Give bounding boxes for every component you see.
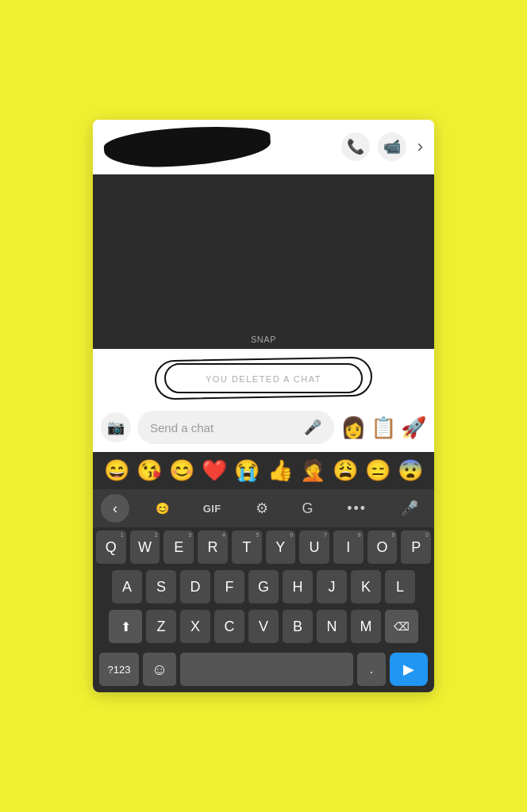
space-key[interactable] bbox=[180, 653, 353, 686]
deleted-chat-label: YOU DELETED A CHAT bbox=[206, 374, 321, 384]
key-o[interactable]: O9 bbox=[367, 530, 398, 564]
video-button[interactable]: 📹 bbox=[378, 132, 406, 161]
send-button[interactable]: ▶ bbox=[390, 653, 428, 686]
sticker-panel-button[interactable]: 😊 bbox=[148, 498, 177, 519]
key-d[interactable]: D bbox=[180, 570, 210, 603]
phone-button[interactable]: 📞 bbox=[341, 132, 370, 161]
keyboard-toolbar: ‹ 😊 GIF ⚙ G ••• 🎤 bbox=[93, 489, 434, 527]
input-row: 📷 Send a chat 🎤 👩 📋 🚀 bbox=[93, 404, 434, 452]
reaction-emoji-smile[interactable]: 😊 bbox=[169, 458, 194, 483]
deleted-notice-area: YOU DELETED A CHAT bbox=[93, 349, 434, 404]
mic-icon[interactable]: 🎤 bbox=[304, 419, 321, 436]
reaction-emoji-laugh[interactable]: 😄 bbox=[104, 458, 129, 483]
more-dots-icon: ••• bbox=[347, 500, 367, 517]
period-key[interactable]: . bbox=[357, 653, 386, 686]
key-r[interactable]: R4 bbox=[198, 530, 228, 564]
gif-label: GIF bbox=[203, 503, 221, 515]
key-i[interactable]: I8 bbox=[333, 530, 364, 564]
sticker-bye-icon[interactable]: 👩 bbox=[340, 416, 366, 440]
key-y[interactable]: Y6 bbox=[266, 530, 296, 564]
header-name-area bbox=[104, 128, 341, 166]
key-x[interactable]: X bbox=[180, 610, 210, 643]
snap-label: SNAP bbox=[251, 335, 276, 344]
key-u[interactable]: U7 bbox=[299, 530, 329, 564]
keyboard-row-2: A S D F G H J K L bbox=[96, 570, 431, 603]
key-f[interactable]: F bbox=[214, 570, 244, 603]
key-s[interactable]: S bbox=[146, 570, 176, 603]
keyboard-row-3: ⬆ Z X C V B N M ⌫ bbox=[96, 610, 431, 643]
key-n[interactable]: N bbox=[317, 610, 347, 643]
key-h[interactable]: H bbox=[283, 570, 313, 603]
key-z[interactable]: Z bbox=[146, 610, 176, 643]
key-m[interactable]: M bbox=[351, 610, 381, 643]
reaction-emoji-weary[interactable]: 😩 bbox=[333, 458, 358, 483]
key-p[interactable]: P0 bbox=[401, 530, 431, 564]
emoji-key[interactable]: ☺ bbox=[143, 653, 176, 686]
chat-input-placeholder: Send a chat bbox=[150, 421, 213, 435]
gear-icon: ⚙ bbox=[256, 500, 268, 517]
shift-key[interactable]: ⬆ bbox=[109, 610, 142, 643]
rocket-icon[interactable]: 🚀 bbox=[401, 416, 426, 440]
gif-button[interactable]: GIF bbox=[195, 499, 229, 519]
reaction-emoji-thumbsup[interactable]: 👍 bbox=[267, 458, 293, 483]
reaction-emoji-scared[interactable]: 😨 bbox=[398, 458, 423, 483]
keyboard-bottom-row: ?123 ☺ . ▶ bbox=[96, 649, 431, 692]
sticker-icon: 😊 bbox=[156, 502, 169, 515]
numbers-key[interactable]: ?123 bbox=[99, 653, 139, 686]
settings-button[interactable]: ⚙ bbox=[248, 496, 276, 521]
key-j[interactable]: J bbox=[317, 570, 347, 603]
chevron-right-icon[interactable]: › bbox=[417, 136, 423, 157]
voice-input-button[interactable]: 🎤 bbox=[393, 496, 426, 521]
reaction-emoji-facepalm[interactable]: 🤦 bbox=[300, 458, 325, 483]
key-t[interactable]: T5 bbox=[232, 530, 262, 564]
key-l[interactable]: L bbox=[385, 570, 415, 603]
keyboard-area: Q1 W2 E3 R4 T5 Y6 U7 I8 O9 P0 A S D F G … bbox=[93, 527, 434, 692]
header: 📞 📹 › bbox=[93, 120, 434, 174]
contact-name-redacted bbox=[103, 124, 271, 170]
reaction-emoji-cry[interactable]: 😭 bbox=[234, 458, 260, 483]
reaction-emoji-kiss[interactable]: 😘 bbox=[137, 458, 162, 483]
header-icons: 📞 📹 › bbox=[341, 132, 423, 161]
chat-media-area: SNAP bbox=[93, 174, 434, 349]
keyboard-row-1: Q1 W2 E3 R4 T5 Y6 U7 I8 O9 P0 bbox=[96, 530, 431, 564]
key-v[interactable]: V bbox=[248, 610, 279, 643]
key-q[interactable]: Q1 bbox=[96, 530, 126, 564]
key-a[interactable]: A bbox=[112, 570, 142, 603]
action-icons: 👩 📋 🚀 bbox=[340, 416, 426, 440]
deleted-oval: YOU DELETED A CHAT bbox=[164, 363, 363, 393]
card-icon[interactable]: 📋 bbox=[371, 416, 396, 440]
key-k[interactable]: K bbox=[351, 570, 381, 603]
google-icon: G bbox=[302, 500, 313, 517]
key-e[interactable]: E3 bbox=[163, 530, 194, 564]
key-w[interactable]: W2 bbox=[130, 530, 160, 564]
camera-button[interactable]: 📷 bbox=[101, 412, 131, 442]
delete-key[interactable]: ⌫ bbox=[385, 610, 418, 643]
phone-container: 📞 📹 › SNAP YOU DELETED A CHAT 📷 Send a c… bbox=[93, 120, 434, 692]
keyboard-back-button[interactable]: ‹ bbox=[101, 494, 129, 523]
key-b[interactable]: B bbox=[283, 610, 313, 643]
mic-keyboard-icon: 🎤 bbox=[401, 500, 418, 517]
chat-input-field[interactable]: Send a chat 🎤 bbox=[137, 411, 334, 444]
google-translate-button[interactable]: G bbox=[294, 496, 321, 521]
emoji-reaction-row: 😄 😘 😊 ❤️ 😭 👍 🤦 😩 😑 😨 bbox=[93, 452, 434, 489]
key-g[interactable]: G bbox=[248, 570, 279, 603]
reaction-emoji-neutral[interactable]: 😑 bbox=[365, 458, 390, 483]
more-options-button[interactable]: ••• bbox=[339, 496, 375, 521]
reaction-emoji-heart[interactable]: ❤️ bbox=[202, 458, 227, 483]
key-c[interactable]: C bbox=[214, 610, 244, 643]
